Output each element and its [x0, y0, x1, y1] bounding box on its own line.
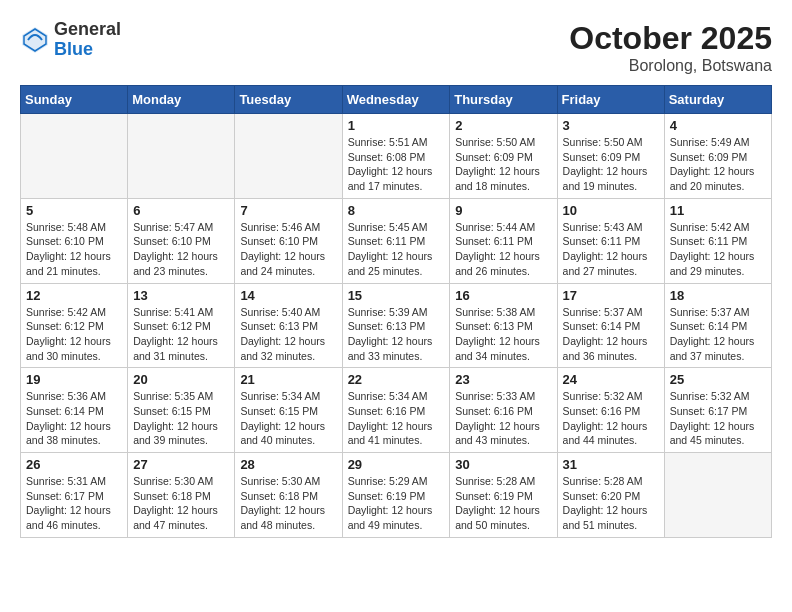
- day-info: Sunrise: 5:50 AM Sunset: 6:09 PM Dayligh…: [455, 135, 551, 194]
- day-number: 31: [563, 457, 659, 472]
- day-number: 27: [133, 457, 229, 472]
- day-info: Sunrise: 5:51 AM Sunset: 6:08 PM Dayligh…: [348, 135, 445, 194]
- calendar-cell: 12Sunrise: 5:42 AM Sunset: 6:12 PM Dayli…: [21, 283, 128, 368]
- day-info: Sunrise: 5:46 AM Sunset: 6:10 PM Dayligh…: [240, 220, 336, 279]
- day-info: Sunrise: 5:32 AM Sunset: 6:17 PM Dayligh…: [670, 389, 766, 448]
- calendar-cell: 28Sunrise: 5:30 AM Sunset: 6:18 PM Dayli…: [235, 453, 342, 538]
- calendar-cell: 25Sunrise: 5:32 AM Sunset: 6:17 PM Dayli…: [664, 368, 771, 453]
- calendar-cell: [664, 453, 771, 538]
- day-info: Sunrise: 5:30 AM Sunset: 6:18 PM Dayligh…: [240, 474, 336, 533]
- day-info: Sunrise: 5:40 AM Sunset: 6:13 PM Dayligh…: [240, 305, 336, 364]
- title-block: October 2025 Borolong, Botswana: [569, 20, 772, 75]
- week-row-5: 26Sunrise: 5:31 AM Sunset: 6:17 PM Dayli…: [21, 453, 772, 538]
- logo-general: General: [54, 20, 121, 40]
- day-info: Sunrise: 5:38 AM Sunset: 6:13 PM Dayligh…: [455, 305, 551, 364]
- day-info: Sunrise: 5:47 AM Sunset: 6:10 PM Dayligh…: [133, 220, 229, 279]
- logo-blue: Blue: [54, 40, 121, 60]
- calendar-cell: 22Sunrise: 5:34 AM Sunset: 6:16 PM Dayli…: [342, 368, 450, 453]
- calendar-cell: 14Sunrise: 5:40 AM Sunset: 6:13 PM Dayli…: [235, 283, 342, 368]
- day-info: Sunrise: 5:44 AM Sunset: 6:11 PM Dayligh…: [455, 220, 551, 279]
- day-number: 3: [563, 118, 659, 133]
- logo-icon: [20, 25, 50, 55]
- day-number: 18: [670, 288, 766, 303]
- day-info: Sunrise: 5:48 AM Sunset: 6:10 PM Dayligh…: [26, 220, 122, 279]
- calendar-cell: 4Sunrise: 5:49 AM Sunset: 6:09 PM Daylig…: [664, 114, 771, 199]
- day-number: 13: [133, 288, 229, 303]
- day-number: 4: [670, 118, 766, 133]
- day-number: 1: [348, 118, 445, 133]
- week-row-4: 19Sunrise: 5:36 AM Sunset: 6:14 PM Dayli…: [21, 368, 772, 453]
- day-number: 19: [26, 372, 122, 387]
- day-info: Sunrise: 5:34 AM Sunset: 6:15 PM Dayligh…: [240, 389, 336, 448]
- day-info: Sunrise: 5:28 AM Sunset: 6:19 PM Dayligh…: [455, 474, 551, 533]
- day-info: Sunrise: 5:41 AM Sunset: 6:12 PM Dayligh…: [133, 305, 229, 364]
- calendar-cell: 7Sunrise: 5:46 AM Sunset: 6:10 PM Daylig…: [235, 198, 342, 283]
- day-number: 29: [348, 457, 445, 472]
- calendar-cell: 18Sunrise: 5:37 AM Sunset: 6:14 PM Dayli…: [664, 283, 771, 368]
- day-number: 11: [670, 203, 766, 218]
- day-info: Sunrise: 5:32 AM Sunset: 6:16 PM Dayligh…: [563, 389, 659, 448]
- page-header: General Blue October 2025 Borolong, Bots…: [20, 20, 772, 75]
- day-info: Sunrise: 5:36 AM Sunset: 6:14 PM Dayligh…: [26, 389, 122, 448]
- month-title: October 2025: [569, 20, 772, 57]
- day-info: Sunrise: 5:37 AM Sunset: 6:14 PM Dayligh…: [563, 305, 659, 364]
- calendar-cell: [128, 114, 235, 199]
- day-number: 15: [348, 288, 445, 303]
- calendar-cell: 27Sunrise: 5:30 AM Sunset: 6:18 PM Dayli…: [128, 453, 235, 538]
- day-number: 5: [26, 203, 122, 218]
- calendar: SundayMondayTuesdayWednesdayThursdayFrid…: [20, 85, 772, 538]
- day-info: Sunrise: 5:42 AM Sunset: 6:11 PM Dayligh…: [670, 220, 766, 279]
- week-row-2: 5Sunrise: 5:48 AM Sunset: 6:10 PM Daylig…: [21, 198, 772, 283]
- day-info: Sunrise: 5:49 AM Sunset: 6:09 PM Dayligh…: [670, 135, 766, 194]
- day-number: 22: [348, 372, 445, 387]
- day-info: Sunrise: 5:29 AM Sunset: 6:19 PM Dayligh…: [348, 474, 445, 533]
- logo-text: General Blue: [54, 20, 121, 60]
- calendar-cell: 5Sunrise: 5:48 AM Sunset: 6:10 PM Daylig…: [21, 198, 128, 283]
- day-number: 20: [133, 372, 229, 387]
- calendar-cell: 1Sunrise: 5:51 AM Sunset: 6:08 PM Daylig…: [342, 114, 450, 199]
- calendar-cell: 11Sunrise: 5:42 AM Sunset: 6:11 PM Dayli…: [664, 198, 771, 283]
- day-info: Sunrise: 5:35 AM Sunset: 6:15 PM Dayligh…: [133, 389, 229, 448]
- weekday-header-thursday: Thursday: [450, 86, 557, 114]
- calendar-cell: 9Sunrise: 5:44 AM Sunset: 6:11 PM Daylig…: [450, 198, 557, 283]
- calendar-cell: 10Sunrise: 5:43 AM Sunset: 6:11 PM Dayli…: [557, 198, 664, 283]
- weekday-header-sunday: Sunday: [21, 86, 128, 114]
- day-number: 30: [455, 457, 551, 472]
- calendar-cell: 26Sunrise: 5:31 AM Sunset: 6:17 PM Dayli…: [21, 453, 128, 538]
- calendar-cell: 21Sunrise: 5:34 AM Sunset: 6:15 PM Dayli…: [235, 368, 342, 453]
- day-info: Sunrise: 5:33 AM Sunset: 6:16 PM Dayligh…: [455, 389, 551, 448]
- weekday-header-friday: Friday: [557, 86, 664, 114]
- weekday-header-saturday: Saturday: [664, 86, 771, 114]
- day-number: 23: [455, 372, 551, 387]
- day-info: Sunrise: 5:31 AM Sunset: 6:17 PM Dayligh…: [26, 474, 122, 533]
- calendar-cell: 3Sunrise: 5:50 AM Sunset: 6:09 PM Daylig…: [557, 114, 664, 199]
- weekday-header-monday: Monday: [128, 86, 235, 114]
- calendar-cell: 8Sunrise: 5:45 AM Sunset: 6:11 PM Daylig…: [342, 198, 450, 283]
- calendar-cell: 24Sunrise: 5:32 AM Sunset: 6:16 PM Dayli…: [557, 368, 664, 453]
- weekday-header-wednesday: Wednesday: [342, 86, 450, 114]
- day-number: 8: [348, 203, 445, 218]
- day-number: 17: [563, 288, 659, 303]
- day-info: Sunrise: 5:45 AM Sunset: 6:11 PM Dayligh…: [348, 220, 445, 279]
- day-info: Sunrise: 5:43 AM Sunset: 6:11 PM Dayligh…: [563, 220, 659, 279]
- calendar-cell: 30Sunrise: 5:28 AM Sunset: 6:19 PM Dayli…: [450, 453, 557, 538]
- day-info: Sunrise: 5:50 AM Sunset: 6:09 PM Dayligh…: [563, 135, 659, 194]
- week-row-3: 12Sunrise: 5:42 AM Sunset: 6:12 PM Dayli…: [21, 283, 772, 368]
- calendar-cell: 13Sunrise: 5:41 AM Sunset: 6:12 PM Dayli…: [128, 283, 235, 368]
- calendar-cell: 20Sunrise: 5:35 AM Sunset: 6:15 PM Dayli…: [128, 368, 235, 453]
- calendar-cell: 23Sunrise: 5:33 AM Sunset: 6:16 PM Dayli…: [450, 368, 557, 453]
- weekday-header-tuesday: Tuesday: [235, 86, 342, 114]
- day-number: 9: [455, 203, 551, 218]
- day-number: 16: [455, 288, 551, 303]
- day-number: 25: [670, 372, 766, 387]
- calendar-cell: 6Sunrise: 5:47 AM Sunset: 6:10 PM Daylig…: [128, 198, 235, 283]
- day-number: 14: [240, 288, 336, 303]
- calendar-cell: 15Sunrise: 5:39 AM Sunset: 6:13 PM Dayli…: [342, 283, 450, 368]
- calendar-cell: [235, 114, 342, 199]
- day-number: 10: [563, 203, 659, 218]
- day-number: 7: [240, 203, 336, 218]
- calendar-cell: 2Sunrise: 5:50 AM Sunset: 6:09 PM Daylig…: [450, 114, 557, 199]
- day-info: Sunrise: 5:28 AM Sunset: 6:20 PM Dayligh…: [563, 474, 659, 533]
- day-number: 24: [563, 372, 659, 387]
- day-number: 6: [133, 203, 229, 218]
